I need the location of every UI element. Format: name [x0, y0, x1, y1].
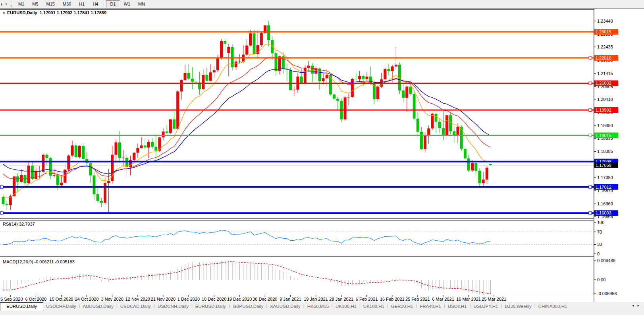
tab-USDCAD-Daily[interactable]: USDCAD,Daily [118, 303, 154, 310]
svg-text:30 Dec 2020: 30 Dec 2020 [253, 297, 277, 301]
hline-handle [589, 212, 592, 215]
svg-text:16 Mar 2021: 16 Mar 2021 [456, 297, 481, 301]
timeframe-button-MN[interactable]: MN [134, 0, 149, 8]
timeframe-button-M1[interactable]: M1 [14, 0, 28, 8]
tab-AUDUSD-Daily[interactable]: AUDUSD,Daily [80, 303, 116, 310]
svg-text:100: 100 [597, 220, 604, 225]
svg-text:16 Feb 2021: 16 Feb 2021 [380, 297, 405, 301]
tab-USDCNH-Daily[interactable]: USDCNH,Daily [155, 303, 191, 310]
hline-handle [589, 109, 592, 112]
svg-text:19 Jan 2021: 19 Jan 2021 [304, 297, 328, 301]
toolbar: ▼ M1M5M15M30H1H4D1W1MN [0, 0, 644, 9]
svg-text:1.23019: 1.23019 [596, 29, 611, 34]
cursor-tool-icon[interactable] [0, 1, 4, 8]
svg-text:1.16003: 1.16003 [596, 211, 611, 215]
svg-text:70: 70 [597, 230, 602, 234]
timeframe-button-M30[interactable]: M30 [59, 0, 75, 8]
timeframe-button-W1[interactable]: W1 [120, 0, 135, 8]
svg-text:1.22435: 1.22435 [597, 44, 613, 49]
svg-text:-0.006956: -0.006956 [597, 291, 617, 296]
svg-text:12 Nov 2020: 12 Nov 2020 [125, 297, 150, 301]
price-chart-canvas[interactable]: 1.234401.229301.224351.219251.214151.209… [0, 9, 644, 302]
svg-text:1.17859: 1.17859 [596, 163, 611, 168]
tab-DJ30-Weekly[interactable]: DJ30,Weekly [502, 303, 534, 310]
svg-text:19 Dec 2020: 19 Dec 2020 [227, 297, 252, 301]
svg-text:25 Feb 2021: 25 Feb 2021 [405, 297, 430, 301]
chart-title: ▼EURUSD,Daily 1.17901 1.17902 1.17841 1.… [2, 10, 106, 15]
macd-indicator-label: MACD(12,26,9) -0.006211 -0.005183 [3, 259, 75, 264]
rsi-indicator-label: RSI(14) 32.7937 [3, 222, 35, 226]
tab-EURUSD-Daily[interactable]: EURUSD,Daily [0, 302, 43, 311]
tab-FRA40-H1[interactable]: FRA40,H1 [417, 303, 444, 310]
tab-GER30-H1[interactable]: GER30,H1 [388, 303, 416, 310]
svg-text:3 Nov 2020: 3 Nov 2020 [101, 297, 123, 301]
svg-text:24 Oct 2020: 24 Oct 2020 [75, 297, 99, 301]
toolbar-separator [104, 1, 104, 8]
svg-text:1.21415: 1.21415 [597, 71, 613, 76]
tab-USOil-H1[interactable]: USOil,H1 [445, 303, 470, 310]
timeframe-button-M5[interactable]: M5 [28, 0, 42, 8]
svg-text:21 Nov 2020: 21 Nov 2020 [151, 297, 175, 301]
tab-GBPUSD-Daily[interactable]: GBPUSD,Daily [230, 303, 266, 310]
svg-text:6 Oct 2020: 6 Oct 2020 [25, 297, 46, 301]
tab-USDCHF-Daily[interactable]: USDCHF,Daily [43, 303, 79, 310]
svg-text:6 Mar 2021: 6 Mar 2021 [432, 297, 454, 301]
caret-down-icon[interactable]: ▼ [4, 3, 10, 6]
tab-HK50-M15[interactable]: HK50,M15 [305, 303, 332, 310]
chart-ohlc-values: 1.17901 1.17902 1.17841 1.17859 [40, 10, 106, 15]
tab-UK100-H1[interactable]: UK100,H1 [361, 303, 387, 310]
svg-text:1.22010: 1.22010 [596, 56, 611, 60]
chart-menu-arrow-icon[interactable]: ▼ [2, 12, 6, 15]
svg-text:28 Jan 2021: 28 Jan 2021 [329, 297, 353, 301]
svg-text:0.009439: 0.009439 [597, 258, 615, 263]
svg-text:0.00: 0.00 [597, 277, 605, 282]
hline-handle [589, 186, 592, 188]
timeframe-buttons: M1M5M15M30H1H4D1W1MN [14, 0, 149, 8]
svg-text:1 Dec 2020: 1 Dec 2020 [177, 297, 200, 301]
svg-text:15 Oct 2020: 15 Oct 2020 [50, 297, 73, 301]
svg-text:9 Jan 2021: 9 Jan 2021 [280, 297, 301, 301]
hline-handle [589, 82, 592, 85]
tab-scroll-arrows[interactable]: ◄► [631, 304, 642, 307]
svg-text:1.16360: 1.16360 [597, 201, 613, 206]
svg-text:1.21032: 1.21032 [596, 81, 611, 85]
svg-text:1.20410: 1.20410 [597, 97, 613, 102]
tab-XAUUSD-Daily[interactable]: XAUUSD,Daily [267, 303, 303, 310]
svg-text:1.19992: 1.19992 [596, 108, 611, 112]
svg-text:26 Sep 2020: 26 Sep 2020 [0, 297, 23, 301]
symbol-tab-bar: EURUSD,DailyUSDCHF,Daily|AUDUSD,Daily|US… [0, 302, 644, 315]
chart-symbol-label: EURUSD,Daily [7, 10, 37, 15]
hline-handle [0, 212, 3, 215]
hline-handle [589, 134, 592, 137]
svg-text:1.17380: 1.17380 [597, 175, 613, 180]
svg-text:1.17012: 1.17012 [596, 185, 611, 189]
svg-text:0: 0 [597, 251, 600, 256]
timeframe-button-M15[interactable]: M15 [42, 0, 59, 8]
timeframe-button-H4[interactable]: H4 [89, 0, 102, 8]
svg-text:1.19390: 1.19390 [597, 123, 613, 128]
toolbar-grip [11, 2, 12, 7]
timeframe-button-H1[interactable]: H1 [75, 0, 89, 8]
svg-text:25 Mar 2021: 25 Mar 2021 [482, 297, 506, 301]
svg-text:30: 30 [597, 242, 602, 247]
svg-text:10 Dec 2020: 10 Dec 2020 [202, 297, 226, 301]
svg-text:1.23440: 1.23440 [597, 19, 613, 23]
tab-USDJPY-H1[interactable]: USDJPY,H1 [471, 303, 501, 310]
chart-area: 1.234401.229301.224351.219251.214151.209… [0, 9, 644, 302]
svg-text:1.19015: 1.19015 [596, 133, 611, 138]
svg-text:1.18385: 1.18385 [597, 149, 613, 154]
tab-EURUSD-Daily[interactable]: EURUSD,Daily [193, 303, 229, 310]
tab-UK100-H1[interactable]: UK100,H1 [333, 303, 359, 310]
timeframe-button-D1[interactable]: D1 [106, 0, 120, 8]
hline-handle [589, 56, 592, 59]
svg-text:6 Feb 2021: 6 Feb 2021 [356, 297, 378, 301]
hline-handle [0, 186, 3, 188]
tab-CHINA300-H1[interactable]: CHINA300,H1 [536, 303, 570, 310]
